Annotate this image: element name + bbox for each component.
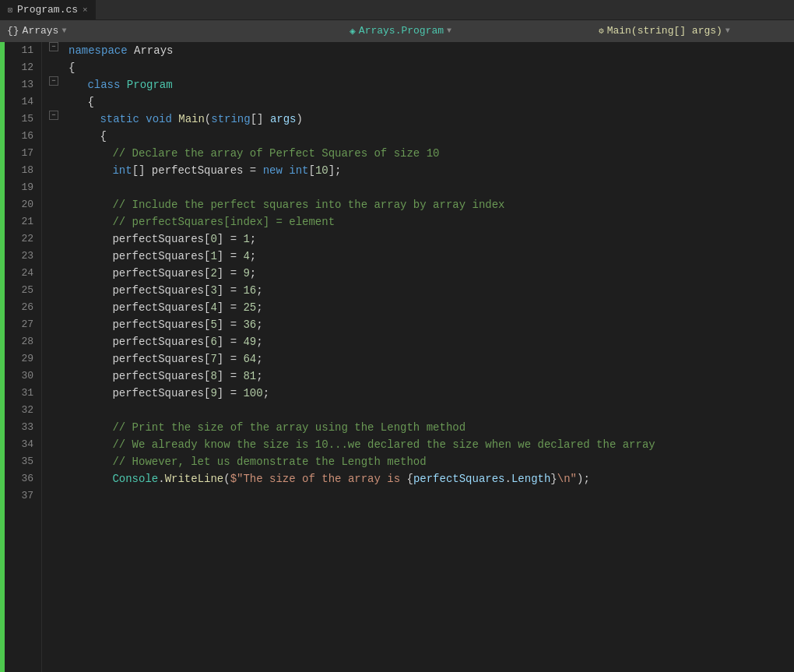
line-num-24: 24 [5, 265, 41, 282]
code-line-34: // We already know the size is 10...we d… [42, 436, 794, 453]
code-line-16: { [42, 128, 794, 145]
code-line-23: perfectSquares[1] = 4; [42, 248, 794, 265]
line-num-28: 28 [5, 333, 41, 350]
code-line-13: − class Program [42, 76, 794, 93]
method-label: Main(string[] args) [607, 25, 722, 37]
class-label: Arrays.Program [359, 25, 444, 37]
code-line-15: − static void Main(string[] args) [42, 111, 794, 128]
line-num-30: 30 [5, 368, 41, 385]
line-num-19: 19 [5, 179, 41, 196]
code-line-11: − namespace Arrays [42, 42, 794, 59]
code-line-12: { [42, 59, 794, 76]
code-editor[interactable]: 11 12 13 14 15 16 17 18 19 20 21 22 23 2… [0, 42, 794, 672]
method-dropdown[interactable]: ⚙ Main(string[] args) ▼ [592, 20, 794, 41]
line-num-25: 25 [5, 282, 41, 299]
code-line-35: // However, let us demonstrate the Lengt… [42, 453, 794, 470]
namespace-arrow: ▼ [61, 26, 66, 35]
code-line-21: // perfectSquares[index] = element [42, 213, 794, 230]
code-line-28: perfectSquares[6] = 49; [42, 333, 794, 350]
collapse-13[interactable]: − [42, 76, 65, 86]
code-line-19 [42, 179, 794, 196]
line-num-26: 26 [5, 299, 41, 316]
line-num-15: 15 [5, 111, 41, 128]
code-line-18: int[] perfectSquares = new int[10]; [42, 162, 794, 179]
line-num-13: 13 [5, 76, 41, 93]
code-line-37 [42, 487, 794, 505]
line-num-18: 18 [5, 162, 41, 179]
close-icon[interactable]: × [83, 5, 88, 15]
line-num-21: 21 [5, 213, 41, 230]
collapse-15[interactable]: − [42, 111, 65, 120]
line-num-36: 36 [5, 470, 41, 487]
code-line-17: // Declare the array of Perfect Squares … [42, 145, 794, 162]
code-line-33: // Print the size of the array using the… [42, 419, 794, 436]
line-num-12: 12 [5, 59, 41, 76]
line-num-35: 35 [5, 453, 41, 470]
code-line-26: perfectSquares[4] = 25; [42, 299, 794, 316]
collapse-11[interactable]: − [42, 42, 65, 51]
class-icon: ◈ [350, 25, 356, 37]
tab-filename: Program.cs [17, 4, 78, 16]
line-num-29: 29 [5, 350, 41, 368]
code-line-29: perfectSquares[7] = 64; [42, 350, 794, 368]
method-arrow: ▼ [725, 26, 730, 35]
code-line-30: perfectSquares[8] = 81; [42, 368, 794, 385]
namespace-icon: {} [7, 25, 19, 37]
line-num-31: 31 [5, 385, 41, 402]
method-icon: ⚙ [599, 26, 604, 36]
class-arrow: ▼ [447, 26, 451, 35]
nav-bar: {} Arrays ▼ ◈ Arrays.Program ▼ ⚙ Main(st… [0, 20, 794, 42]
line-num-33: 33 [5, 419, 41, 436]
code-line-25: perfectSquares[3] = 16; [42, 282, 794, 299]
line-num-11: 11 [5, 42, 41, 59]
program-cs-tab[interactable]: ⊠ Program.cs × [0, 0, 97, 19]
namespace-label: Arrays [23, 25, 59, 37]
line-num-32: 32 [5, 402, 41, 419]
code-line-20: // Include the perfect squares into the … [42, 196, 794, 213]
class-dropdown[interactable]: ◈ Arrays.Program ▼ [343, 20, 592, 41]
line-num-37: 37 [5, 487, 41, 505]
line-num-14: 14 [5, 93, 41, 111]
code-line-31: perfectSquares[9] = 100; [42, 385, 794, 402]
code-line-14: { [42, 93, 794, 111]
namespace-dropdown[interactable]: {} Arrays ▼ [0, 20, 343, 41]
code-line-36: Console.WriteLine($"The size of the arra… [42, 470, 794, 487]
code-line-24: perfectSquares[2] = 9; [42, 265, 794, 282]
line-num-17: 17 [5, 145, 41, 162]
code-lines: − namespace Arrays { − class Program { [42, 42, 794, 672]
code-line-22: perfectSquares[0] = 1; [42, 230, 794, 248]
line-num-20: 20 [5, 196, 41, 213]
line-num-23: 23 [5, 248, 41, 265]
tab-bar: ⊠ Program.cs × [0, 0, 794, 20]
code-line-27: perfectSquares[5] = 36; [42, 316, 794, 333]
line-num-34: 34 [5, 436, 41, 453]
tab-pin: ⊠ [8, 5, 12, 15]
line-num-22: 22 [5, 230, 41, 248]
line-num-27: 27 [5, 316, 41, 333]
line-num-16: 16 [5, 128, 41, 145]
line-numbers: 11 12 13 14 15 16 17 18 19 20 21 22 23 2… [5, 42, 42, 672]
code-line-32 [42, 402, 794, 419]
